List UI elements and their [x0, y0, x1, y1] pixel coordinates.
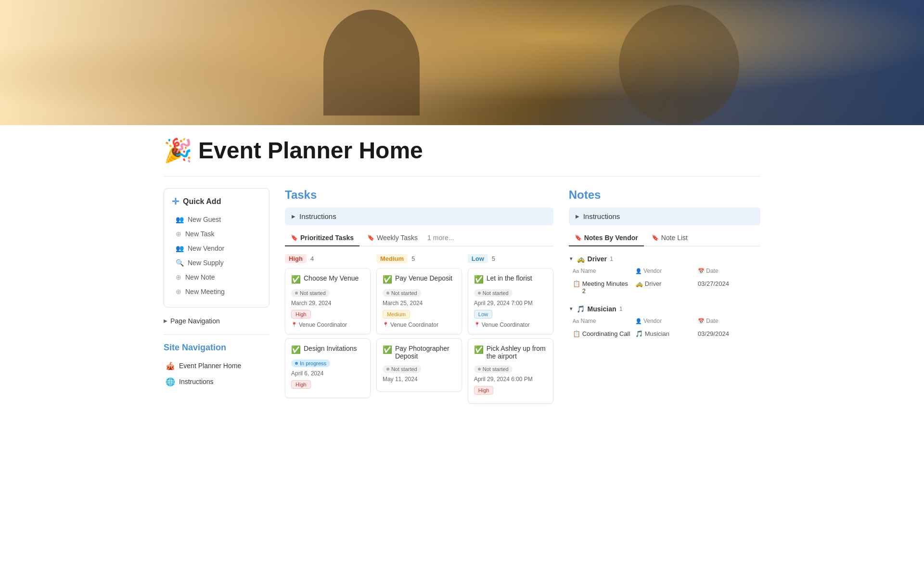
- notes-table-header-musician: Aa Name 👤 Vendor 📅 Date: [569, 316, 760, 326]
- tab-more[interactable]: 1 more...: [425, 230, 456, 245]
- vendor-musician-count: 1: [619, 305, 622, 312]
- note-row-coordinating-call[interactable]: 📋 Coordinating Call 🎵 Musician 03/29/202…: [569, 326, 760, 341]
- page-title: Event Planner Home: [198, 137, 423, 165]
- task-date-ashley-airport: April 29, 2024 6:00 PM: [474, 376, 547, 383]
- page-nav-section: ▶ Page Navigation: [164, 315, 270, 327]
- new-meeting-label: New Meeting: [185, 288, 225, 295]
- col-label-high: High: [285, 254, 307, 263]
- aa-icon-2: Aa: [573, 318, 579, 324]
- site-nav-title: Site Navigation: [164, 343, 270, 353]
- event-planner-home-icon: 🎪: [166, 361, 175, 371]
- vendor-group-driver-header[interactable]: ▼ 🚕 Driver 1: [569, 252, 760, 266]
- task-check-icon-6: ✅: [474, 345, 484, 354]
- assignee-dot-icon-3: 📍: [474, 322, 480, 327]
- note-vendor-driver: 🚕 Driver: [635, 280, 694, 287]
- status-badge-not-started-2: Not started: [383, 289, 421, 297]
- vendor-group-driver: ▼ 🚕 Driver 1 Aa Name 👤 Vendor: [569, 252, 760, 298]
- tab-prioritized-bookmark-icon: 🔖: [291, 234, 298, 241]
- note-vendor-musician: 🎵 Musician: [635, 330, 694, 337]
- sidebar: ✛ Quick Add 👥 New Guest ⊕ New Task 👥 New…: [164, 188, 270, 390]
- vendor-musician-arrow-icon: ▼: [569, 306, 574, 311]
- notes-instructions-arrow-icon: ▶: [576, 214, 579, 219]
- quick-add-new-meeting[interactable]: ⊕ New Meeting: [172, 285, 261, 298]
- tab-weekly-tasks[interactable]: 🔖 Weekly Tasks: [361, 230, 424, 246]
- priority-badge-medium-1: Medium: [383, 310, 410, 319]
- quick-add-new-vendor[interactable]: 👥 New Vendor: [172, 242, 261, 255]
- new-supply-icon: 🔍: [176, 259, 184, 267]
- tab-notes-by-vendor-bookmark-icon: 🔖: [575, 234, 582, 241]
- note-row-meeting-minutes-2[interactable]: 📋 Meeting Minutes 2 🚕 Driver 03/27/2024: [569, 276, 760, 298]
- vendor-group-musician-header[interactable]: ▼ 🎵 Musician 1: [569, 302, 760, 316]
- kanban-col-low: Low 5 ✅ Let in the florist Not starte: [468, 254, 553, 408]
- status-badge-not-started-3: Not started: [383, 365, 421, 373]
- kanban-col-medium: Medium 5 ✅ Pay Venue Deposit Not star: [376, 254, 462, 408]
- note-title-coordinating-call: 📋 Coordinating Call: [573, 330, 631, 337]
- tab-note-list[interactable]: 🔖 Note List: [646, 230, 693, 246]
- notes-col-vendor-header: 👤 Vendor: [635, 268, 694, 274]
- assignee-dot-icon-2: 📍: [383, 322, 388, 327]
- task-date-design-invitations: April 6, 2024: [291, 370, 364, 377]
- task-check-icon-2: ✅: [291, 345, 301, 354]
- tasks-section: Tasks ▶ Instructions 🔖 Prioritized Tasks…: [285, 188, 553, 408]
- new-supply-label: New Supply: [188, 259, 224, 267]
- quick-add-new-supply[interactable]: 🔍 New Supply: [172, 256, 261, 269]
- new-guest-label: New Guest: [188, 216, 221, 223]
- status-dot-gray-icon-4: [478, 292, 481, 295]
- tab-prioritized-tasks[interactable]: 🔖 Prioritized Tasks: [285, 230, 359, 246]
- tasks-instructions-bar[interactable]: ▶ Instructions: [285, 207, 553, 225]
- col-header-high: High 4: [285, 254, 371, 263]
- aa-icon: Aa: [573, 268, 579, 274]
- person-icon: 👤: [635, 268, 642, 274]
- notes-tabs-row: 🔖 Notes By Vendor 🔖 Note List: [569, 230, 760, 246]
- site-nav-event-planner-label: Event Planner Home: [179, 362, 241, 370]
- tab-notes-by-vendor[interactable]: 🔖 Notes By Vendor: [569, 230, 644, 246]
- priority-badge-high-2: High: [291, 380, 311, 389]
- task-date-florist: April 29, 2024 7:00 PM: [474, 300, 547, 307]
- status-badge-not-started-5: Not started: [474, 365, 513, 373]
- task-card-choose-venue-title: ✅ Choose My Venue: [291, 274, 364, 284]
- new-note-label: New Note: [185, 273, 215, 281]
- col-label-low: Low: [468, 254, 488, 263]
- page-icon: 🎉: [164, 139, 192, 162]
- notes-col-date-header-2: 📅 Date: [698, 318, 757, 324]
- quick-add-new-guest[interactable]: 👥 New Guest: [172, 213, 261, 226]
- site-nav-event-planner-home[interactable]: 🎪 Event Planner Home: [164, 359, 270, 373]
- notes-instructions-label: Instructions: [583, 212, 620, 220]
- instructions-nav-icon: 🌐: [166, 377, 175, 386]
- tasks-title: Tasks: [285, 188, 553, 202]
- page-nav-label: Page Navigation: [170, 317, 220, 325]
- status-dot-gray-icon: [295, 292, 298, 295]
- notes-table-header-driver: Aa Name 👤 Vendor 📅 Date: [569, 266, 760, 276]
- quick-add-new-task[interactable]: ⊕ New Task: [172, 227, 261, 241]
- col-header-low: Low 5: [468, 254, 553, 263]
- task-card-ashley-airport-title: ✅ Pick Ashley up from the airport: [474, 345, 547, 360]
- task-card-choose-venue[interactable]: ✅ Choose My Venue Not started March 29, …: [285, 268, 371, 334]
- vendor-musician-icon: 🎵: [577, 305, 585, 313]
- task-card-photographer-deposit-title: ✅ Pay Photographer Deposit: [383, 345, 456, 360]
- note-vendor-driver-icon: 🚕: [635, 280, 643, 287]
- task-card-design-invitations-title: ✅ Design Invitations: [291, 345, 364, 354]
- task-card-florist-title: ✅ Let in the florist: [474, 274, 547, 284]
- quick-add-label: Quick Add: [183, 197, 221, 206]
- quick-add-new-note[interactable]: ⊕ New Note: [172, 270, 261, 284]
- status-dot-blue-icon: [295, 362, 298, 365]
- task-card-venue-deposit[interactable]: ✅ Pay Venue Deposit Not started March 25…: [376, 268, 462, 334]
- sidebar-divider: [164, 334, 270, 335]
- new-note-icon: ⊕: [176, 273, 181, 281]
- new-guest-icon: 👥: [176, 216, 184, 223]
- vendor-driver-icon: 🚕: [577, 255, 585, 263]
- site-nav-instructions[interactable]: 🌐 Instructions: [164, 374, 270, 389]
- task-card-ashley-airport[interactable]: ✅ Pick Ashley up from the airport Not st…: [468, 338, 553, 404]
- vendor-musician-label: Musician: [588, 305, 616, 313]
- task-card-florist[interactable]: ✅ Let in the florist Not started April 2…: [468, 268, 553, 334]
- task-assignee-2: 📍 Venue Coordinator: [383, 321, 456, 328]
- tab-note-list-bookmark-icon: 🔖: [652, 234, 659, 241]
- task-card-photographer-deposit[interactable]: ✅ Pay Photographer Deposit Not started M…: [376, 338, 462, 392]
- task-card-design-invitations[interactable]: ✅ Design Invitations In progress April 6…: [285, 338, 371, 398]
- notes-col-name-header: Aa Name: [573, 268, 631, 274]
- notes-instructions-bar[interactable]: ▶ Instructions: [569, 207, 760, 225]
- priority-badge-low-1: Low: [474, 310, 492, 319]
- page-nav-toggle[interactable]: ▶ Page Navigation: [164, 315, 270, 327]
- new-vendor-icon: 👥: [176, 244, 184, 252]
- note-date-musician: 03/29/2024: [698, 330, 757, 337]
